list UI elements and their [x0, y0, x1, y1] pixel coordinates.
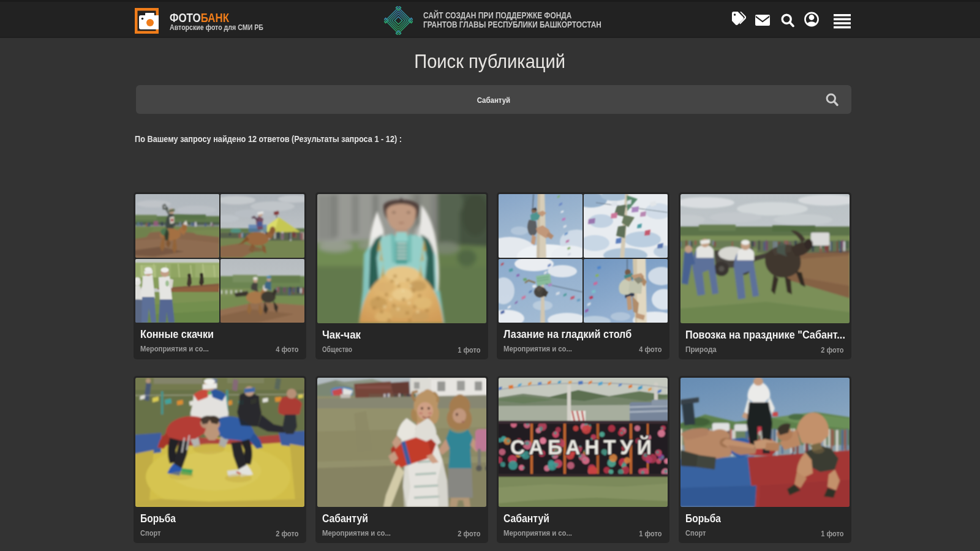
svg-text:САБАНТУЙ: САБАНТУЙ: [510, 435, 655, 459]
